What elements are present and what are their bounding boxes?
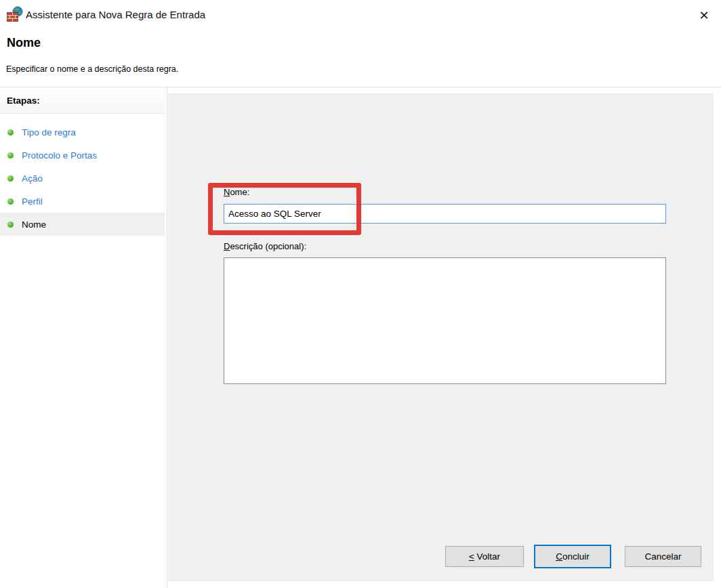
sidebar-item-perfil[interactable]: Perfil [0,190,165,213]
step-label: Ação [22,173,43,184]
sidebar-item-nome[interactable]: Nome [0,213,165,236]
page-title: Nome [7,36,41,50]
step-done-icon [7,222,14,228]
steps-list: Tipo de regra Protocolo e Portas Ação Pe… [0,114,165,236]
step-done-icon [7,198,14,205]
main-panel: Nome: Descrição (opcional): < Voltar Con… [168,93,714,581]
step-label: Nome [22,219,46,230]
titlebar: Assistente para Nova Regra de Entrada ✕ [0,0,721,30]
step-done-icon [7,129,14,135]
back-button[interactable]: < Voltar [445,546,524,567]
page-subtitle: Especificar o nome e a descrição desta r… [6,64,178,74]
step-label: Tipo de regra [22,127,76,138]
firewall-icon [7,6,23,22]
step-done-icon [7,152,14,159]
description-field-label: Descrição (opcional): [224,241,306,251]
sidebar-item-protocolo-e-portas[interactable]: Protocolo e Portas [0,144,165,167]
finish-button[interactable]: Concluir [534,545,611,568]
sidebar-item-tipo-de-regra[interactable]: Tipo de regra [0,121,165,144]
name-field-label: Nome: [224,187,249,197]
close-icon: ✕ [699,8,709,23]
steps-heading: Etapas: [0,87,165,114]
name-input[interactable] [224,204,666,224]
sidebar-divider [167,87,167,588]
window-title: Assistente para Nova Regra de Entrada [26,0,205,30]
step-done-icon [7,175,14,182]
wizard-window: Assistente para Nova Regra de Entrada ✕ … [0,0,721,588]
sidebar-item-acao[interactable]: Ação [0,167,165,190]
cancel-button[interactable]: Cancelar [625,546,701,567]
description-textarea[interactable] [224,257,666,384]
step-label: Protocolo e Portas [22,150,97,161]
close-button[interactable]: ✕ [695,7,713,24]
step-label: Perfil [22,196,43,207]
steps-sidebar: Etapas: Tipo de regra Protocolo e Portas… [0,87,165,588]
